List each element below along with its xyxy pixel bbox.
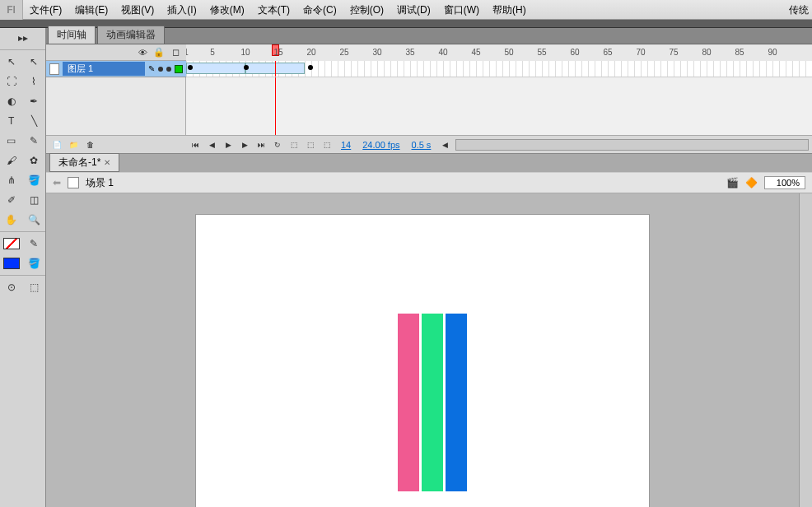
subselection-tool[interactable]: ↖ bbox=[23, 52, 46, 72]
layer-row[interactable]: 图层 1 ✎ bbox=[46, 61, 812, 77]
lock-dot[interactable] bbox=[166, 67, 171, 72]
eyedropper-tool[interactable]: ✐ bbox=[0, 190, 23, 210]
current-frame[interactable]: 14 bbox=[338, 140, 354, 150]
stage-viewport[interactable] bbox=[46, 193, 799, 507]
menu-modify[interactable]: 修改(M) bbox=[203, 0, 251, 20]
goto-first-button[interactable]: ⏮ bbox=[189, 139, 201, 151]
menu-file[interactable]: 文件(F) bbox=[23, 0, 68, 20]
stroke-color-picker-icon[interactable]: ✎ bbox=[23, 234, 46, 254]
new-folder-button[interactable]: 📁 bbox=[68, 139, 79, 151]
ruler-label: 5 bbox=[210, 48, 215, 57]
back-arrow-icon[interactable]: ⬅ bbox=[53, 177, 61, 188]
menu-help[interactable]: 帮助(H) bbox=[486, 0, 533, 20]
ruler-label: 65 bbox=[603, 48, 612, 57]
timeline-scrollbar[interactable] bbox=[455, 139, 809, 151]
menu-edit[interactable]: 编辑(E) bbox=[68, 0, 114, 20]
line-tool[interactable]: ╲ bbox=[23, 111, 46, 131]
ruler-label: 25 bbox=[339, 48, 348, 57]
selection-tool[interactable]: ↖ bbox=[0, 52, 23, 72]
menu-debug[interactable]: 调试(D) bbox=[390, 0, 437, 20]
ruler-label: 90 bbox=[768, 48, 777, 57]
layer-name-area[interactable]: 图层 1 ✎ bbox=[46, 61, 186, 77]
layers-empty-space bbox=[46, 77, 812, 135]
paint-bucket-tool[interactable]: 🪣 bbox=[23, 170, 46, 190]
stage[interactable] bbox=[196, 215, 649, 507]
document-title: 未命名-1* bbox=[58, 156, 100, 170]
3d-rotation-tool[interactable]: ◐ bbox=[0, 91, 23, 111]
menu-text[interactable]: 文本(T) bbox=[251, 0, 296, 20]
visibility-icon[interactable]: 👁 bbox=[137, 48, 148, 58]
pencil-icon: ✎ bbox=[148, 64, 155, 73]
fill-color[interactable] bbox=[0, 254, 23, 273]
edit-scene-icon[interactable]: 🎬 bbox=[726, 177, 739, 188]
edit-multiple-button[interactable]: ⬚ bbox=[321, 139, 333, 151]
goto-last-button[interactable]: ⏭ bbox=[255, 139, 267, 151]
eraser-tool[interactable]: ◫ bbox=[23, 190, 46, 210]
pencil-tool[interactable]: ✎ bbox=[23, 131, 46, 151]
ruler-label: 35 bbox=[405, 48, 414, 57]
outline-icon[interactable]: ◻ bbox=[170, 47, 181, 58]
play-button[interactable]: ▶ bbox=[222, 139, 234, 151]
edit-symbols-icon[interactable]: 🔶 bbox=[745, 177, 758, 188]
shape-green-bar[interactable] bbox=[422, 314, 443, 491]
tab-motion-editor[interactable]: 动画编辑器 bbox=[97, 26, 165, 44]
main-area: ▸▸ ↖↖ ⛶⌇ ◐✒ T╲ ▭✎ 🖌✿ ⋔🪣 ✐◫ ✋🔍 ✎ 🪣 ⊙⬚ 时间轴… bbox=[0, 28, 812, 507]
content-area: 时间轴 动画编辑器 👁 🔒 ◻ 151015202530354045505560… bbox=[46, 28, 812, 507]
document-tab[interactable]: 未命名-1* ✕ bbox=[49, 153, 119, 172]
workspace-switcher[interactable]: 传统 bbox=[782, 0, 812, 20]
frame-ruler[interactable]: 151015202530354045505560657075808590 bbox=[186, 44, 812, 61]
keyframe-20[interactable] bbox=[308, 65, 313, 70]
bone-tool[interactable]: ⋔ bbox=[0, 170, 23, 190]
outline-color[interactable] bbox=[175, 65, 183, 73]
tab-timeline[interactable]: 时间轴 bbox=[48, 26, 96, 44]
step-forward-button[interactable]: ▶ bbox=[239, 139, 250, 151]
ruler-label: 75 bbox=[669, 48, 678, 57]
frames-area[interactable] bbox=[186, 61, 812, 77]
zoom-tool[interactable]: 🔍 bbox=[23, 210, 46, 230]
close-tab-icon[interactable]: ✕ bbox=[104, 158, 110, 167]
tools-panel: ▸▸ ↖↖ ⛶⌇ ◐✒ T╲ ▭✎ 🖌✿ ⋔🪣 ✐◫ ✋🔍 ✎ 🪣 ⊙⬚ bbox=[0, 28, 46, 507]
lock-icon[interactable]: 🔒 bbox=[153, 47, 165, 58]
zoom-level[interactable]: 100% bbox=[764, 176, 805, 189]
deco-tool[interactable]: ✿ bbox=[23, 151, 46, 170]
menu-control[interactable]: 控制(O) bbox=[343, 0, 390, 20]
onion-skin-button[interactable]: ⬚ bbox=[288, 139, 300, 151]
shape-pink-bar[interactable] bbox=[398, 314, 419, 491]
free-transform-tool[interactable]: ⛶ bbox=[0, 72, 23, 91]
menu-window[interactable]: 窗口(W) bbox=[437, 0, 486, 20]
keyframe-1[interactable] bbox=[188, 65, 193, 70]
pen-tool[interactable]: ✒ bbox=[23, 91, 46, 111]
fill-color-picker-icon[interactable]: 🪣 bbox=[23, 254, 46, 273]
scroll-left-icon[interactable]: ◀ bbox=[439, 139, 450, 151]
timeline-panel: 👁 🔒 ◻ 1510152025303540455055606570758085… bbox=[46, 44, 812, 154]
timeline-footer: 📄 📁 🗑 ⏮ ◀ ▶ ▶ ⏭ ↻ ⬚ ⬚ ⬚ 14 24.00 fps 0. bbox=[46, 135, 812, 153]
menu-view[interactable]: 视图(V) bbox=[114, 0, 161, 20]
timeline-tabs: 时间轴 动画编辑器 bbox=[46, 28, 812, 44]
fps-display[interactable]: 24.00 fps bbox=[359, 140, 403, 150]
loop-button[interactable]: ↻ bbox=[272, 139, 283, 151]
lasso-tool[interactable]: ⌇ bbox=[23, 72, 46, 91]
onion-outline-button[interactable]: ⬚ bbox=[305, 139, 316, 151]
snap-tool[interactable]: ⊙ bbox=[0, 277, 23, 297]
stroke-color[interactable] bbox=[0, 234, 23, 254]
vertical-scrollbar[interactable] bbox=[799, 193, 812, 507]
brush-tool[interactable]: 🖌 bbox=[0, 151, 23, 170]
shape-blue-bar[interactable] bbox=[446, 314, 467, 491]
option-tool[interactable]: ⬚ bbox=[23, 277, 46, 297]
text-tool[interactable]: T bbox=[0, 111, 23, 131]
collapse-icon[interactable]: ▸▸ bbox=[0, 28, 45, 48]
hand-tool[interactable]: ✋ bbox=[0, 210, 23, 230]
tween-span-1[interactable] bbox=[186, 63, 245, 74]
new-layer-button[interactable]: 📄 bbox=[51, 139, 63, 151]
elapsed-time[interactable]: 0.5 s bbox=[408, 140, 435, 150]
delete-layer-button[interactable]: 🗑 bbox=[84, 139, 96, 151]
menu-commands[interactable]: 命令(C) bbox=[296, 0, 343, 20]
menu-insert[interactable]: 插入(I) bbox=[161, 0, 203, 20]
menubar: Fl 文件(F) 编辑(E) 视图(V) 插入(I) 修改(M) 文本(T) 命… bbox=[0, 0, 812, 20]
keyframe-10[interactable] bbox=[244, 65, 249, 70]
rectangle-tool[interactable]: ▭ bbox=[0, 131, 23, 151]
scene-name[interactable]: 场景 1 bbox=[86, 176, 114, 190]
step-back-button[interactable]: ◀ bbox=[206, 139, 217, 151]
edit-bar: ⬅ 场景 1 🎬 🔶 100% bbox=[46, 172, 812, 193]
visibility-dot[interactable] bbox=[158, 67, 163, 72]
